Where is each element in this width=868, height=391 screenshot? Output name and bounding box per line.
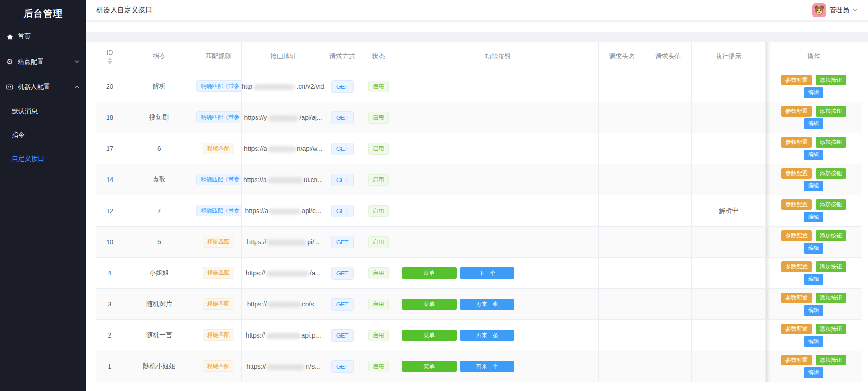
add-button-button[interactable]: 添加按钮 — [816, 199, 846, 210]
param-config-button[interactable]: 参数配置 — [781, 199, 812, 210]
function-button[interactable]: 菜单 — [402, 361, 457, 372]
cell-req-header-name — [599, 133, 645, 164]
param-config-button[interactable]: 参数配置 — [781, 261, 812, 272]
edit-button[interactable]: 编辑 — [804, 274, 823, 285]
action-row: 参数配置添加按钮 — [766, 261, 862, 272]
add-button-button[interactable]: 添加按钮 — [816, 137, 846, 148]
column-header-req-header-name: 请求头名 — [599, 42, 645, 71]
edit-button[interactable]: 编辑 — [804, 181, 823, 191]
param-config-button[interactable]: 参数配置 — [781, 355, 812, 365]
cell-method: GET — [325, 258, 360, 289]
add-button-button[interactable]: 添加按钮 — [816, 230, 846, 241]
cell-exec-tip — [692, 71, 766, 102]
cell-actions: 参数配置添加按钮编辑 — [766, 351, 862, 382]
function-button[interactable]: 下一个 — [460, 267, 514, 279]
sidebar-item-home[interactable]: 首页 — [0, 24, 86, 49]
sidebar-item-custom-api[interactable]: 自定义接口 — [0, 147, 86, 170]
add-button-button[interactable]: 添加按钮 — [816, 293, 846, 303]
edit-button[interactable]: 编辑 — [804, 212, 823, 222]
param-config-button[interactable]: 参数配置 — [781, 168, 812, 179]
url-text-end: api/d... — [302, 207, 321, 215]
cell-actions: 参数配置添加按钮编辑 — [766, 71, 862, 102]
cell-id: 14 — [96, 164, 123, 196]
sidebar-item-default-message[interactable]: 默认消息 — [0, 99, 86, 123]
sidebar-item-commands[interactable]: 指令 — [0, 123, 86, 147]
column-header-id: ID — [96, 42, 123, 71]
function-button[interactable]: 菜单 — [402, 267, 457, 279]
edit-button[interactable]: 编辑 — [804, 243, 823, 254]
function-button[interactable]: 再来一张 — [460, 299, 514, 310]
table-row: 20解析精确匹配（带参httpi.cn/v2/vid...GET启用参数配置添加… — [96, 71, 862, 102]
edit-button[interactable]: 编辑 — [804, 118, 823, 129]
url-text-end: api.p... — [302, 332, 321, 339]
add-button-button[interactable]: 添加按钮 — [816, 106, 846, 117]
action-row: 编辑 — [766, 367, 862, 378]
edit-button[interactable]: 编辑 — [804, 305, 823, 316]
function-button[interactable]: 再来一条 — [460, 330, 514, 341]
cell-req-header-value — [645, 351, 692, 382]
sort-desc-icon[interactable] — [108, 61, 112, 64]
cell-req-header-value — [645, 258, 692, 289]
rule-tag-wrapper: 精确匹配 — [203, 143, 234, 155]
cell-function-buttons: 菜单再来一张 — [397, 289, 599, 320]
cell-id: 17 — [96, 133, 123, 164]
edit-button[interactable]: 编辑 — [804, 87, 823, 98]
add-button-button[interactable]: 添加按钮 — [816, 324, 846, 334]
cell-id: 12 — [96, 196, 123, 227]
cell-exec-tip: 解析中 — [692, 196, 766, 227]
url-text-end: pi/... — [307, 238, 319, 246]
user-menu[interactable]: 管理员 — [812, 3, 858, 17]
match-rule-tag: 精确匹配 — [203, 329, 234, 341]
param-config-button[interactable]: 参数配置 — [781, 137, 812, 148]
cell-api-url: https:///a... — [242, 258, 325, 289]
sidebar-item-robot-config[interactable]: 机器人配置 — [0, 74, 86, 99]
rule-tag-wrapper: 精确匹配 — [203, 360, 234, 373]
status-tag: 启用 — [368, 143, 389, 155]
status-tag: 启用 — [368, 174, 389, 186]
add-button-button[interactable]: 添加按钮 — [816, 168, 846, 179]
api-table: ID 指令 匹配规则 接口地址 请求方式 状态 功能按钮 请求头名 — [96, 42, 862, 382]
cell-actions: 参数配置添加按钮编辑 — [766, 289, 862, 320]
function-button[interactable]: 菜单 — [402, 330, 457, 341]
cell-command: 随机一言 — [123, 320, 195, 351]
url-text-end: n/api/w... — [297, 145, 322, 152]
add-button-button[interactable]: 添加按钮 — [816, 355, 846, 365]
url-text-start: https://y — [244, 114, 267, 121]
cell-exec-tip — [692, 320, 766, 351]
cell-id: 3 — [96, 289, 123, 320]
sort-asc-icon[interactable] — [108, 58, 112, 60]
cell-status: 启用 — [360, 289, 397, 320]
function-button[interactable]: 菜单 — [402, 299, 457, 310]
chevron-down-icon — [852, 7, 858, 13]
edit-button[interactable]: 编辑 — [804, 150, 823, 160]
function-button[interactable]: 再来一个 — [460, 361, 514, 372]
edit-button[interactable]: 编辑 — [804, 336, 823, 347]
method-tag: GET — [331, 111, 354, 124]
param-config-button[interactable]: 参数配置 — [781, 75, 812, 85]
edit-button[interactable]: 编辑 — [804, 367, 823, 378]
param-config-button[interactable]: 参数配置 — [781, 230, 812, 241]
sidebar-item-site-config[interactable]: ⚙︎ 站点配置 — [0, 49, 86, 74]
status-tag: 启用 — [368, 267, 389, 279]
sort-control[interactable] — [108, 58, 112, 64]
cell-req-header-name — [599, 71, 645, 102]
cell-exec-tip — [692, 133, 766, 164]
add-button-button[interactable]: 添加按钮 — [816, 75, 846, 85]
param-config-button[interactable]: 参数配置 — [781, 324, 812, 334]
cell-status: 启用 — [360, 258, 397, 289]
column-header-buttons: 功能按钮 — [397, 42, 599, 71]
cell-method: GET — [325, 133, 360, 164]
censored-blur — [268, 146, 296, 152]
add-button-button[interactable]: 添加按钮 — [816, 261, 846, 272]
cell-actions: 参数配置添加按钮编辑 — [766, 258, 862, 289]
censored-blur — [268, 115, 299, 121]
sidebar: 后台管理 首页 ⚙︎ 站点配置 机器人配置 默认消息 指令 自定义接口 — [0, 0, 86, 391]
table-card: ID 指令 匹配规则 接口地址 请求方式 状态 功能按钮 请求头名 — [86, 42, 868, 391]
cell-function-buttons — [397, 71, 599, 102]
main-area: 机器人自定义接口 管理员 — [86, 0, 868, 391]
param-config-button[interactable]: 参数配置 — [781, 106, 812, 117]
cell-function-buttons — [397, 164, 599, 196]
cell-command: 搜短剧 — [123, 102, 195, 133]
param-config-button[interactable]: 参数配置 — [781, 293, 812, 303]
cell-match-rule: 精确匹配 — [195, 289, 242, 320]
